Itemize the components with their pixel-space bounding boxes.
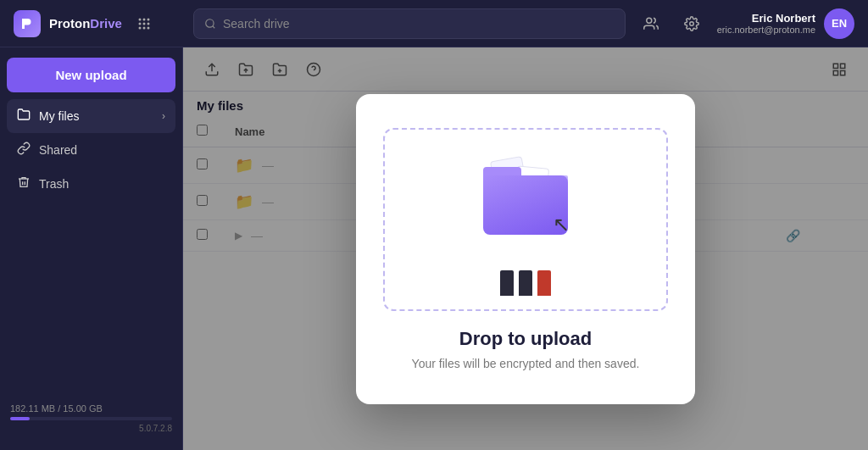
svg-point-6 [138,26,141,29]
user-avatar[interactable]: EN [824,8,854,39]
bar3 [537,270,551,296]
drop-overlay: ↖ Drop to upload Your files will be encr… [183,47,868,450]
svg-point-5 [147,22,149,25]
svg-point-9 [206,19,214,26]
search-input[interactable] [223,17,615,31]
bars [500,270,551,296]
new-upload-button[interactable]: New upload [7,58,175,92]
svg-point-10 [646,18,651,23]
folder-icon [17,108,31,121]
svg-point-0 [138,18,141,20]
storage-info: 182.11 MB / 15.00 GB 5.0.7.2.8 [7,397,175,440]
bar1 [500,270,514,296]
drop-zone: ↖ [383,128,668,311]
svg-point-4 [142,22,145,25]
svg-point-1 [142,18,145,20]
storage-bar-fill [10,417,30,420]
svg-point-7 [142,26,145,29]
link-icon [17,142,31,155]
grid-menu-icon[interactable] [131,10,158,37]
svg-point-11 [689,21,693,25]
settings-icon-button[interactable] [676,8,707,39]
user-area: Eric Norbert eric.norbert@proton.me EN [717,8,854,39]
trash-icon-svg [17,175,31,189]
sidebar-item-trash-label: Trash [39,177,69,191]
main-layout: New upload My files › Shared [0,47,868,450]
svg-point-8 [147,26,149,29]
sidebar-item-shared[interactable]: Shared [7,133,175,167]
drop-subtitle: Your files will be encrypted and then sa… [412,357,640,370]
logo-area: ProtonDrive [14,10,183,37]
bar2 [519,270,532,296]
svg-point-3 [138,22,141,25]
sidebar-item-my-files[interactable]: My files › [7,99,175,133]
drop-title: Drop to upload [459,328,592,350]
search-icon [204,18,216,30]
chevron-right-icon: › [162,110,165,122]
user-info: Eric Norbert eric.norbert@proton.me [717,12,815,35]
my-files-icon [17,108,31,125]
sidebar: New upload My files › Shared [0,47,183,450]
storage-label: 182.11 MB / 15.00 GB [10,403,172,414]
storage-bar [10,417,172,420]
settings-icon [684,16,699,31]
sidebar-item-my-files-label: My files [39,109,79,123]
user-email: eric.norbert@proton.me [717,25,815,35]
sidebar-item-trash[interactable]: Trash [7,167,175,201]
drop-modal: ↖ Drop to upload Your files will be encr… [356,94,695,404]
logo-text: ProtonDrive [49,16,122,31]
user-name: Eric Norbert [717,12,815,25]
contacts-icon [643,16,659,31]
trash-icon [17,175,31,192]
svg-point-2 [147,18,149,20]
sidebar-item-shared-label: Shared [39,143,77,157]
header: ProtonDrive [0,0,868,47]
header-actions: Eric Norbert eric.norbert@proton.me EN [636,8,854,39]
contacts-icon-button[interactable] [636,8,666,39]
cursor-icon: ↖ [553,213,570,236]
version-info: 5.0.7.2.8 [10,424,172,433]
content-area: My files Name Modified [183,47,868,450]
shared-icon [17,142,31,158]
search-bar[interactable] [193,8,626,39]
folder-upload-illustration: ↖ [466,150,585,260]
proton-logo-icon [14,10,41,37]
